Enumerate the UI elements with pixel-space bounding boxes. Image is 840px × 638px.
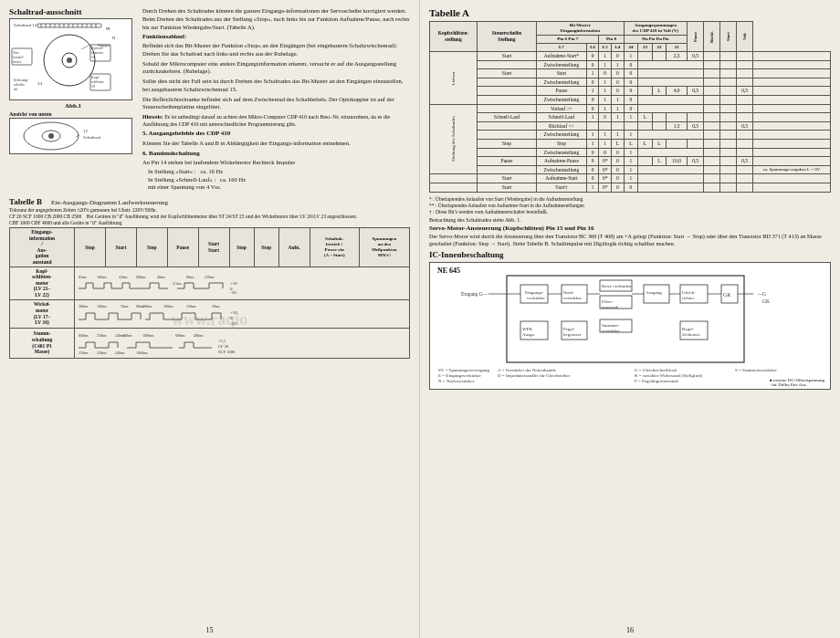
- schaltrad-title: Schaltrad-ausschnitt: [9, 7, 137, 16]
- th-volt: Volt: [737, 22, 753, 52]
- waveform-stumm: 600ms 250ms 240ms 300ms 1000ms 600ms 400…: [75, 328, 410, 358]
- th-start-col: Start: [720, 22, 737, 52]
- banden-text1: An Pin 14 stehen bei laufendem Wickelmot…: [142, 159, 410, 167]
- td-p1: [704, 52, 720, 61]
- svg-text:15: 15: [91, 55, 95, 59]
- schaltrad-svg: Schaltrad 12 m: [10, 19, 131, 99]
- svg-text:N  = Nachverstärker: N = Nachverstärker: [438, 379, 475, 383]
- th-24: 24: [624, 44, 638, 52]
- svg-text:A  = Verstärker der Nebenkanäl: A = Verstärker der Nebenkanäle: [498, 368, 557, 372]
- svg-text:220ms: 220ms: [205, 275, 215, 279]
- th-schalt: Schaltuh-betrieb !Power ein(A→Start): [310, 228, 359, 267]
- svg-text:P  = Pegelabgrenzerstufe: P = Pegelabgrenzerstufe: [635, 379, 679, 383]
- page-num-left: 15: [206, 626, 214, 634]
- th-kopf: Kopfschlitten-stellung: [430, 22, 478, 52]
- svg-text:250ms: 250ms: [97, 333, 107, 338]
- svg-text:richter: richter: [682, 296, 694, 300]
- th-pause: Pause: [688, 22, 704, 52]
- th-21: 21: [667, 44, 688, 52]
- svg-text:R  = variabler Widerstand (Ste: R = variabler Widerstand (Stellglied): [635, 373, 703, 378]
- th-22: 22: [652, 44, 667, 52]
- svg-text:Gleich-: Gleich-: [682, 290, 696, 295]
- th-pin67: Pin 6 Pin 7: [537, 36, 599, 44]
- td-start3: Start: [478, 174, 537, 183]
- svg-text:250ms: 250ms: [97, 350, 107, 355]
- betrachtung: Betrachtung des Schaltrades siehe Abb. 1…: [429, 217, 831, 223]
- desc-reflex: Die Reflexlichtschranke befindet sich au…: [142, 96, 410, 112]
- svg-text:400ms: 400ms: [194, 333, 204, 338]
- svg-text:24: 24: [37, 81, 43, 86]
- svg-text:Filter-: Filter-: [602, 299, 614, 304]
- banden-text3: In Stellung »Schnell-Lauf« : ca. 160 Hz: [142, 176, 410, 184]
- svg-text:verstärker: verstärker: [527, 296, 545, 300]
- svg-text:250ms: 250ms: [79, 350, 89, 355]
- svg-text:200ms: 200ms: [142, 304, 152, 309]
- svg-text:900ms: 900ms: [136, 275, 146, 279]
- svg-text:S  = Summenverstärker: S = Summenverstärker: [735, 368, 777, 372]
- th-start2: StartStart: [198, 228, 229, 267]
- svg-text:G: G: [762, 291, 766, 297]
- th-stop2: Stop: [136, 228, 167, 267]
- banden-title: 6. Bandendschaltung: [142, 150, 410, 158]
- th-stop4: Stop: [254, 228, 278, 267]
- svg-text:Schaltrad: Schaltrad: [83, 135, 100, 140]
- schaltrad-box: Schaltrad-ausschnitt Schaltrad 12: [9, 7, 137, 193]
- th-stop3: Stop: [229, 228, 254, 267]
- th-pause: Pause: [167, 228, 198, 267]
- svg-text:Summen-: Summen-: [602, 323, 620, 328]
- svg-point-40: [48, 133, 54, 139]
- th-l6: L6: [586, 44, 599, 52]
- svg-text:50ms: 50ms: [121, 304, 129, 309]
- svg-text:verstärker: verstärker: [563, 296, 582, 300]
- footnotes: * : Überlaptendes Anlaufen von Start (Wi…: [429, 196, 831, 215]
- tabelle-b-title: Tabelle B: [9, 197, 42, 206]
- svg-text:4,8ms: 4,8ms: [119, 275, 128, 280]
- td-steur-aufnahme: Aufnahme-Start*: [537, 52, 587, 61]
- svg-text:Eingang G—: Eingang G—: [461, 291, 488, 297]
- td-start2: Start: [478, 69, 537, 78]
- td-empty-1: [478, 60, 537, 69]
- svg-text:Nach-: Nach-: [563, 290, 575, 295]
- svg-text:m: m: [106, 26, 110, 31]
- svg-text:Schaltrad 12: Schaltrad 12: [14, 23, 37, 27]
- row-label-kopf: Kopf-schlitten-motor(LV 21–LV 22): [10, 267, 75, 299]
- svg-text:600ms: 600ms: [175, 333, 185, 338]
- th-start1: Start: [106, 228, 137, 267]
- svg-rect-80: [507, 276, 744, 362]
- banden-text2: In Stellung »Start« : ca. 16 Hz: [142, 168, 410, 176]
- desc-p1: Durch Drehen des Schaltrades können die …: [142, 7, 410, 31]
- svg-text:SCF 1000: SCF 1000: [218, 350, 236, 354]
- left-top-section: Schaltrad-ausschnitt Schaltrad 12: [9, 7, 410, 193]
- svg-text:E  = Eingangsverstärker: E = Eingangsverstärker: [438, 373, 481, 378]
- svg-text:+10: +10: [230, 310, 237, 315]
- td-drehung: Drehung des Schaltrades: [430, 104, 478, 174]
- svg-point-19: [67, 58, 72, 63]
- th-23: 23: [638, 44, 653, 52]
- th-l5: L5: [599, 44, 612, 52]
- td-zwischen1: Zwischenstellung: [537, 60, 587, 69]
- svg-text:motor: motor: [13, 59, 22, 64]
- desc-p5: Sollte dies nicht der Fall sein ist durc…: [142, 78, 410, 94]
- svg-text:begrenzer: begrenzer: [563, 332, 582, 337]
- svg-text:Pegel-: Pegel-: [563, 327, 575, 331]
- tabelle-a-table: Kopfschlitten-stellung SteuerscheibeStel…: [429, 21, 831, 193]
- td-22-1: 2,5: [667, 52, 688, 61]
- svg-text:SV = Spannungsversorgung: SV = Spannungsversorgung: [438, 368, 489, 372]
- desc-p3: Befindet sich das Bit-Muster der Funktio…: [142, 42, 410, 58]
- td-l7-1: 0: [586, 52, 599, 61]
- th-l4: L4: [612, 44, 625, 52]
- svg-text:-10: -10: [230, 290, 236, 294]
- svg-text:G  = Gleichrichterblock: G = Gleichrichterblock: [635, 368, 677, 372]
- fn3: † : Diese Bit's werden vom Aufnahmeersch…: [429, 209, 831, 215]
- th-bit-muster: Bit MusterEinganginformation: [537, 22, 625, 36]
- schaltrad-diagram: Schaltrad 12 m: [9, 18, 132, 100]
- svg-text:44: 44: [14, 87, 17, 91]
- svg-text:80ms: 80ms: [186, 275, 194, 279]
- svg-text:netzwerk: netzwerk: [602, 305, 619, 309]
- svg-text:GK: GK: [723, 292, 731, 298]
- svg-text:Ausga.: Ausga.: [522, 332, 535, 337]
- svg-text:300ms: 300ms: [79, 304, 89, 309]
- ne645-box: NE 645 Eingangs- verstärker Nach- verstä…: [429, 262, 831, 390]
- cf-series: CF 20 SCF 1000 CB 2000 CB 2500 Bei Gerät…: [9, 214, 410, 219]
- th-pin-num: Pin Pin Pin Pin: [624, 36, 687, 44]
